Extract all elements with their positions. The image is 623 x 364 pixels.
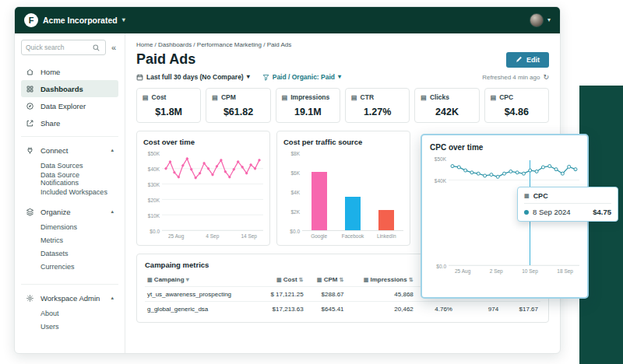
chart-title: CPC over time (430, 143, 579, 152)
kpi-card-ctr: ▤CTR 1.27% (345, 88, 410, 123)
sidebar-item-label: Dimensions (40, 223, 77, 231)
column-icon: ▦ (364, 277, 369, 282)
sidebar-item-label: Data Sources (40, 162, 83, 170)
search-input[interactable] (26, 44, 89, 51)
cell-cpc: $17.67 (501, 302, 540, 317)
column-header-cpm[interactable]: ▦ CPM ⇅ (306, 273, 347, 287)
kpi-value: $4.86 (491, 107, 543, 117)
sort-icon: ⇅ (340, 277, 344, 282)
metric-icon: ▤ (351, 94, 357, 101)
refresh-icon[interactable]: ↻ (543, 73, 549, 81)
cell-cpm: $288.67 (306, 287, 347, 302)
kpi-label: Clicks (430, 93, 449, 101)
column-icon: ▦ (317, 277, 322, 282)
page-title: Paid Ads (136, 51, 195, 68)
edit-button-label: Edit (526, 56, 540, 64)
sidebar-collapse-button[interactable]: « (109, 43, 118, 52)
cell-campaign: yt_us_awareness_prospecting (145, 287, 258, 302)
column-header-cost[interactable]: ▦ Cost ⇅ (258, 273, 305, 287)
breadcrumb[interactable]: Home / Dashboards / Performance Marketin… (136, 41, 549, 48)
sidebar-item-about[interactable]: About (21, 306, 118, 320)
paid-organic-filter[interactable]: Paid / Organic: Paid ▾ (262, 73, 341, 81)
chevron-down-icon: ▾ (122, 17, 125, 23)
edit-button[interactable]: Edit (506, 52, 549, 68)
sidebar-item-label: Data Source Notifications (40, 171, 114, 187)
cell-ctr: 4.76% (416, 302, 455, 317)
x-axis-labels: 25 Aug4 Sep14 Sep (162, 233, 263, 239)
chart-title: Cost over time (143, 138, 263, 146)
refreshed-status: Refreshed 4 min ago ↻ (482, 73, 549, 81)
kpi-value: 242K (421, 107, 473, 117)
cell-cost: $ 17,121.25 (258, 287, 305, 302)
sidebar-item-datasets[interactable]: Datasets (21, 247, 118, 260)
x-axis-labels: 25 Aug2 Sep10 Sep18 Sep (449, 268, 579, 274)
top-bar: F Acme Incorporated ▾ ▾ (15, 7, 560, 33)
metric-icon: ▦ (524, 193, 530, 199)
bar-linkedin[interactable] (378, 210, 394, 230)
kpi-value: 19.1M (282, 107, 334, 117)
sidebar-section-label: Workspace Admin (40, 294, 100, 303)
sidebar-item-data-source-notifications[interactable]: Data Source Notifications (21, 172, 118, 185)
metric-icon: ▤ (421, 94, 427, 101)
column-header-campaign[interactable]: ▦ Campaing ▾ (145, 273, 258, 287)
sidebar-item-share[interactable]: Share (21, 114, 118, 131)
org-switcher[interactable]: F Acme Incorporated ▾ (24, 13, 125, 27)
chevron-up-icon: ▴ (111, 208, 114, 215)
column-header-impressions[interactable]: ▦ Impressions ⇅ (347, 273, 416, 287)
sidebar-section-connect[interactable]: Connect ▴ (21, 142, 118, 159)
column-icon: ▦ (276, 277, 282, 282)
sidebar-section-organize[interactable]: Organize ▴ (21, 203, 118, 220)
chevron-up-icon: ▴ (111, 295, 114, 301)
sidebar-divider (21, 136, 118, 137)
kpi-value: $61.82 (212, 107, 264, 117)
bar-facebook[interactable] (345, 197, 361, 230)
kpi-label: CPC (499, 93, 513, 101)
dashboards-icon (26, 84, 35, 93)
cell-cpm: $645.41 (306, 302, 347, 317)
sidebar-item-label: Datasets (40, 250, 69, 257)
sidebar-item-metrics[interactable]: Metrics (21, 233, 118, 247)
cost-over-time-chart[interactable] (162, 153, 263, 231)
cost-per-traffic-source-chart[interactable] (302, 153, 403, 231)
pencil-icon (516, 56, 523, 63)
user-menu[interactable]: ▾ (530, 13, 551, 27)
sidebar-item-data-explorer[interactable]: Data Explorer (21, 97, 118, 114)
chart-tooltip: ▦ CPC 8 Sep 2024 $4.75 (517, 187, 618, 222)
bar-google[interactable] (312, 172, 327, 230)
cell-impressions: 20,462 (347, 302, 416, 317)
sidebar-item-currencies[interactable]: Currencies (21, 260, 118, 273)
kpi-label: Cost (152, 93, 167, 101)
sidebar-section-workspace-admin[interactable]: Workspace Admin ▴ (21, 289, 118, 306)
sidebar-item-label: About (40, 310, 59, 317)
sidebar-item-dimensions[interactable]: Dimensions (21, 220, 118, 233)
sidebar-divider (21, 284, 118, 285)
gear-icon (26, 293, 35, 303)
search-icon (92, 43, 101, 52)
metric-icon: ▤ (282, 94, 288, 101)
layers-icon (26, 207, 35, 216)
home-icon (26, 67, 35, 76)
funnel-icon (262, 74, 269, 81)
metric-icon: ▤ (143, 94, 149, 101)
sort-icon: ⇅ (299, 277, 304, 282)
table-row[interactable]: g_global_generic_dsa $17,213.63 $645.41 … (145, 302, 540, 317)
sidebar: « Home Dashboards Data Explorer Share (15, 33, 125, 353)
calendar-icon (136, 74, 143, 81)
sidebar-item-dashboards[interactable]: Dashboards (21, 80, 118, 97)
date-range-filter[interactable]: Last full 30 days (No Compare) ▾ (136, 73, 250, 81)
tooltip-series-label: CPC (533, 192, 548, 200)
kpi-label: CTR (361, 93, 374, 101)
sidebar-section-label: Connect (40, 146, 68, 155)
share-icon (26, 118, 35, 128)
sidebar-item-label: Dashboards (40, 85, 83, 93)
kpi-value: 1.27% (351, 107, 403, 117)
sidebar-item-home[interactable]: Home (21, 63, 118, 80)
chevron-down-icon: ▾ (186, 276, 189, 283)
org-name: Acme Incorporated (43, 16, 118, 25)
sidebar-item-data-sources[interactable]: Data Sources (21, 159, 118, 172)
sort-icon: ⇅ (409, 277, 414, 282)
sidebar-item-included-workspaces[interactable]: Included Workspaces (21, 185, 118, 198)
sidebar-item-users[interactable]: Users (21, 320, 118, 333)
chevron-down-icon: ▾ (338, 74, 341, 80)
sidebar-item-label: Metrics (40, 236, 63, 244)
